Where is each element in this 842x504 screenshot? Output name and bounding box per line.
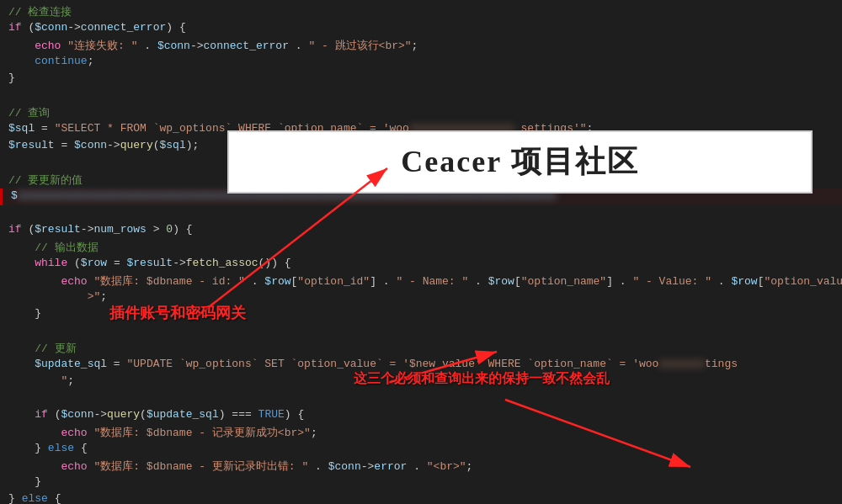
code-line: $update_sql = "UPDATE `wp_options` SET `… bbox=[0, 357, 842, 374]
code-line: while ($row = $result->fetch_assoc()) { bbox=[0, 256, 842, 273]
code-line bbox=[0, 205, 842, 222]
code-line: "; bbox=[0, 374, 842, 390]
code-line: // 输出数据 bbox=[0, 239, 842, 256]
code-line: echo "连接失败: " . $conn->connect_error . "… bbox=[0, 37, 842, 54]
code-line: } else { bbox=[0, 491, 842, 504]
code-line: if ($conn->connect_error) { bbox=[0, 20, 842, 37]
code-line: } bbox=[0, 71, 842, 88]
code-line: echo "数据库: $dbname - id: " . $row["optio… bbox=[0, 273, 842, 289]
watermark-box: Ceacer 项目社区 bbox=[227, 130, 813, 194]
code-editor: // 检查连接 if ($conn->connect_error) { echo… bbox=[0, 0, 842, 504]
code-line: if ($result->num_rows > 0) { bbox=[0, 222, 842, 239]
watermark-text: Ceacer 项目社区 bbox=[401, 141, 638, 183]
code-line: >"; bbox=[0, 289, 842, 306]
code-line bbox=[0, 390, 842, 407]
code-line: // 查询 bbox=[0, 104, 842, 121]
code-line: // 更新 bbox=[0, 340, 842, 357]
code-line bbox=[0, 88, 842, 104]
code-line: if ($conn->query($update_sql) === TRUE) … bbox=[0, 407, 842, 424]
code-line bbox=[0, 323, 842, 340]
code-line: // 检查连接 bbox=[0, 3, 842, 20]
code-line: } bbox=[0, 475, 842, 491]
code-line: } else { bbox=[0, 441, 842, 458]
code-line: echo "数据库: $dbname - 更新记录时出错: " . $conn-… bbox=[0, 458, 842, 475]
code-line: } bbox=[0, 306, 842, 323]
code-line: continue; bbox=[0, 54, 842, 71]
code-line: echo "数据库: $dbname - 记录更新成功<br>"; bbox=[0, 424, 842, 441]
